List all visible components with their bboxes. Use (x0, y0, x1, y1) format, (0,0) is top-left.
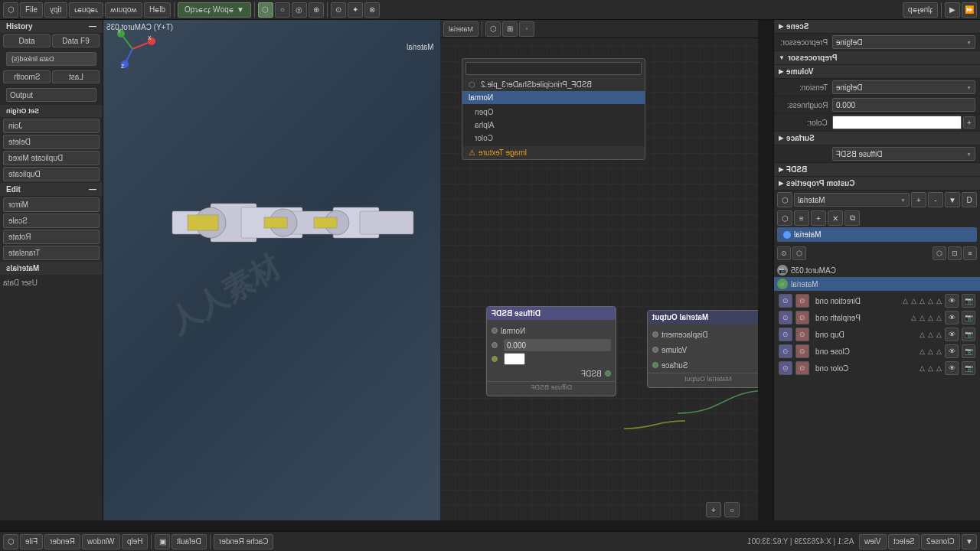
edit-section-header[interactable]: Edit — (0, 183, 103, 196)
ne-select-btn[interactable]: ⬝ (519, 21, 534, 37)
bottom-cache-render-btn[interactable]: Cache Render (214, 534, 273, 549)
material-icon-btn[interactable]: ⬡ (777, 192, 792, 207)
edit-menu-btn[interactable]: tipy (44, 2, 67, 18)
direction-render-icon[interactable]: 📷 (962, 294, 975, 308)
blender-icon-btn[interactable]: ⬡ (3, 2, 18, 18)
ne-view-btn[interactable]: ⊞ (502, 21, 518, 37)
join-btn[interactable]: Join (3, 119, 100, 133)
mat-add-icon[interactable]: + (811, 210, 826, 226)
close-eye-icon[interactable]: 👁 (945, 344, 959, 358)
rotate-btn[interactable]: Rotate (3, 230, 100, 244)
help-menu-btn[interactable]: dlǝH (144, 2, 171, 18)
scene-icon[interactable]: ▶ (945, 2, 960, 18)
bottom-end-icon[interactable]: ▼ (962, 534, 977, 549)
history-section-header[interactable]: History — (0, 20, 103, 33)
node-editor[interactable]: Material ⬡ ⊞ ⬝ ⬡ BSDF_PrincipiledShaDer3… (440, 20, 758, 520)
mat-list-icon[interactable]: ≡ (794, 210, 809, 226)
popup-open-item[interactable]: Open (462, 106, 645, 119)
color-eye-icon[interactable]: 👁 (945, 361, 959, 375)
render-menu-btn[interactable]: ɹǝpuǝɹ (69, 2, 103, 18)
mode-dropdown[interactable]: ǝpoW ʇɔǝɾqO ▼ (178, 2, 251, 18)
dup-eye-icon[interactable]: 👁 (945, 328, 959, 341)
ne-node-btn[interactable]: ⬡ (485, 21, 501, 37)
ne-view-all-btn[interactable]: ○ (724, 502, 740, 517)
magnet-icon[interactable]: ⊗ (364, 2, 380, 18)
duplicate-mixed-btn[interactable]: Duplicate Mixed (3, 151, 100, 165)
periplath-render-icon[interactable]: 📷 (962, 311, 975, 324)
output-input[interactable] (6, 88, 96, 102)
bottom-window-btn[interactable]: Window (82, 534, 120, 549)
window-menu-btn[interactable]: ʍopuıʍ (105, 2, 142, 18)
material-data-btn[interactable]: D (962, 192, 977, 207)
bottom-clonse-btn[interactable]: Clonse2 (921, 534, 960, 549)
ne-material-label[interactable]: Material (443, 21, 479, 37)
last-btn[interactable]: Last (52, 70, 100, 83)
surface-section-header[interactable]: ▶ Surface (774, 132, 980, 145)
bottom-select-btn[interactable]: Select (888, 534, 920, 549)
bottom-render-btn[interactable]: Render (44, 534, 80, 549)
material-output-node[interactable]: Material Output Displacement Volume Surf… (647, 310, 758, 388)
roughness-input[interactable] (504, 339, 611, 351)
mat-copy-icon[interactable]: ⧉ (844, 210, 860, 226)
new-material-icon[interactable]: ⬡ (777, 210, 792, 226)
edit-mode-icon[interactable]: ○ (275, 2, 290, 18)
popup-alpha-item[interactable]: Alpha (462, 119, 645, 132)
duplicate-btn[interactable]: Duplicate (3, 167, 100, 181)
material-slot-item[interactable]: Material (777, 227, 977, 242)
set-origin-header[interactable]: Set Origin (0, 105, 103, 117)
scene-section-header[interactable]: ▶ Scene (774, 20, 980, 34)
color-picker[interactable] (832, 116, 962, 129)
delete-btn[interactable]: Delete (3, 135, 100, 149)
layout-preset-btn[interactable]: ʇlnɐɟǝp (903, 2, 938, 18)
ne-add-btn[interactable]: + (706, 502, 721, 517)
translate-btn[interactable]: Translate (3, 246, 100, 260)
pivot-icon[interactable]: ✦ (348, 2, 363, 18)
preprocessor-section-header[interactable]: ▼ Preprocessor (774, 51, 980, 65)
diffuse-bsdf-node[interactable]: Diffuse BSDF Normal (486, 306, 616, 396)
preprocessor-dropdown[interactable]: Defgine (832, 35, 975, 49)
global-icon[interactable]: ⊙ (331, 2, 346, 18)
periplath-eye-icon[interactable]: 👁 (945, 311, 959, 324)
bottom-blender-icon[interactable]: ⬡ (3, 534, 18, 549)
mirror-btn[interactable]: Mirror (3, 197, 100, 212)
popup-normal-item[interactable]: Normal (462, 91, 645, 104)
tree-icon-2[interactable]: ⬡ (792, 246, 806, 260)
bottom-layout-icon[interactable]: ▣ (155, 534, 170, 549)
bottom-help-btn[interactable]: Help (122, 534, 149, 549)
popup-color-item[interactable]: Color (462, 132, 645, 145)
tree-icon-5[interactable]: ≡ (963, 246, 977, 260)
smooth-btn[interactable]: Smooth (3, 70, 51, 83)
bsdf-section-header[interactable]: ▶ BSDF (774, 163, 980, 177)
close-render-icon[interactable]: 📷 (962, 344, 975, 358)
viewport[interactable]: X Y Z (T+Y) CAMurot.035 (103, 20, 440, 520)
tree-item-material[interactable]: ○ Material (774, 277, 980, 291)
bottom-view-btn[interactable]: View (859, 534, 887, 549)
dup-render-icon[interactable]: 📷 (962, 328, 975, 341)
popup-search-input[interactable] (466, 62, 642, 75)
weight-paint-icon[interactable]: ⊕ (309, 2, 324, 18)
materials-section-header[interactable]: Materials (0, 262, 103, 275)
data-btn[interactable]: Data (3, 34, 51, 47)
material-name-dropdown[interactable]: Material (794, 193, 910, 207)
direction-eye-icon[interactable]: 👁 (945, 294, 959, 308)
material-add-btn[interactable]: + (911, 192, 926, 207)
color-render-icon[interactable]: 📷 (962, 361, 975, 375)
sculpt-mode-icon[interactable]: ◎ (292, 2, 307, 18)
tension-dropdown[interactable]: Defgine (832, 80, 975, 94)
bottom-default-btn[interactable]: Default (172, 534, 207, 549)
tree-icon-1[interactable]: ⊙ (777, 246, 791, 260)
tree-icon-3[interactable]: ⬡ (933, 246, 946, 260)
scale-btn[interactable]: Scale (3, 214, 100, 228)
mat-remove-icon[interactable]: ✕ (828, 210, 843, 226)
custom-props-header[interactable]: ▶ Custom Properties (774, 177, 980, 191)
popup-path-item[interactable]: ⬡ BSDF_PrincipiledShaDer3_ple.2 (462, 78, 645, 91)
color-picker-btn[interactable]: + (963, 116, 975, 129)
color-swatch[interactable] (504, 353, 525, 365)
roughness-value[interactable]: 0.000 (832, 98, 975, 112)
data-f9-btn[interactable]: Data F9 (52, 34, 100, 47)
material-remove-btn[interactable]: - (928, 192, 943, 207)
surface-dropdown[interactable]: Diffuse BSDF (832, 147, 975, 161)
object-mode-icon[interactable]: ⬡ (258, 2, 273, 18)
tree-icon-4[interactable]: ⊡ (948, 246, 962, 260)
volume-section-header[interactable]: ▶ Volume (774, 65, 980, 79)
